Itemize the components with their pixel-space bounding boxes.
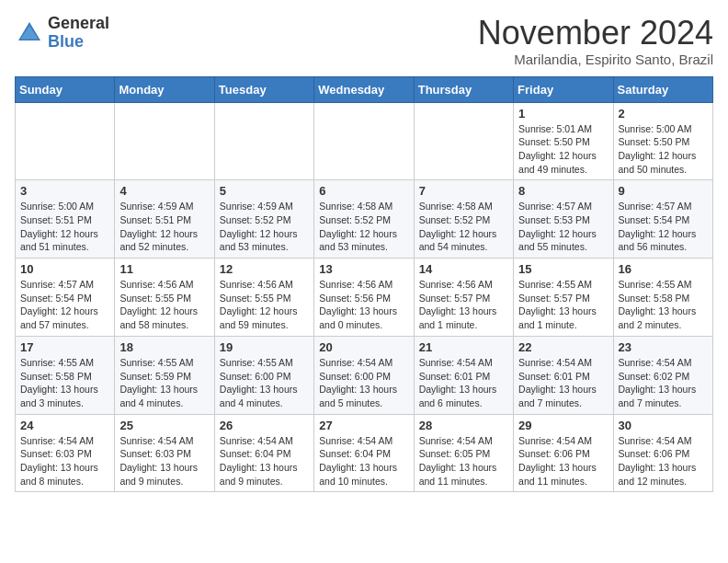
day-info: Sunrise: 4:54 AM Sunset: 6:03 PM Dayligh…: [119, 434, 209, 488]
calendar-cell: 5Sunrise: 4:59 AM Sunset: 5:52 PM Daylig…: [214, 180, 313, 259]
calendar-week-row: 1Sunrise: 5:01 AM Sunset: 5:50 PM Daylig…: [16, 102, 713, 180]
calendar-cell: 4Sunrise: 4:59 AM Sunset: 5:51 PM Daylig…: [115, 180, 214, 259]
day-info: Sunrise: 5:00 AM Sunset: 5:51 PM Dayligh…: [20, 200, 109, 254]
day-number: 11: [119, 262, 209, 276]
calendar-cell: 13Sunrise: 4:56 AM Sunset: 5:56 PM Dayli…: [314, 259, 414, 337]
calendar-cell: 30Sunrise: 4:54 AM Sunset: 6:06 PM Dayli…: [613, 414, 712, 492]
weekday-header-tuesday: Tuesday: [214, 76, 313, 102]
day-number: 20: [319, 340, 408, 354]
day-info: Sunrise: 4:58 AM Sunset: 5:52 PM Dayligh…: [419, 200, 508, 254]
calendar-week-row: 17Sunrise: 4:55 AM Sunset: 5:58 PM Dayli…: [16, 336, 713, 414]
day-info: Sunrise: 4:54 AM Sunset: 6:02 PM Dayligh…: [619, 356, 708, 410]
day-number: 17: [20, 340, 109, 354]
day-number: 29: [518, 419, 608, 432]
calendar-cell: 23Sunrise: 4:54 AM Sunset: 6:02 PM Dayli…: [613, 336, 712, 414]
day-number: 13: [319, 262, 408, 276]
logo-general: General: [48, 14, 109, 32]
calendar-cell: 29Sunrise: 4:54 AM Sunset: 6:06 PM Dayli…: [514, 414, 613, 492]
day-info: Sunrise: 4:57 AM Sunset: 5:54 PM Dayligh…: [20, 278, 109, 332]
day-info: Sunrise: 4:54 AM Sunset: 6:04 PM Dayligh…: [319, 434, 408, 488]
weekday-header-sunday: Sunday: [16, 76, 115, 102]
day-number: 30: [619, 419, 708, 432]
day-number: 1: [518, 107, 608, 121]
calendar-cell: 22Sunrise: 4:54 AM Sunset: 6:01 PM Dayli…: [514, 336, 613, 414]
day-info: Sunrise: 4:55 AM Sunset: 6:00 PM Dayligh…: [220, 356, 309, 410]
day-info: Sunrise: 4:59 AM Sunset: 5:52 PM Dayligh…: [220, 200, 309, 254]
day-info: Sunrise: 4:57 AM Sunset: 5:53 PM Dayligh…: [518, 200, 608, 254]
calendar-cell: [16, 102, 115, 180]
calendar-cell: 27Sunrise: 4:54 AM Sunset: 6:04 PM Dayli…: [314, 414, 414, 492]
weekday-header-thursday: Thursday: [414, 76, 513, 102]
calendar-cell: 12Sunrise: 4:56 AM Sunset: 5:55 PM Dayli…: [214, 259, 313, 337]
day-number: 3: [20, 184, 109, 198]
calendar-week-row: 3Sunrise: 5:00 AM Sunset: 5:51 PM Daylig…: [16, 180, 713, 259]
day-info: Sunrise: 5:00 AM Sunset: 5:50 PM Dayligh…: [619, 122, 708, 177]
day-number: 22: [518, 340, 608, 354]
day-info: Sunrise: 4:55 AM Sunset: 5:58 PM Dayligh…: [20, 356, 109, 410]
day-info: Sunrise: 4:54 AM Sunset: 6:01 PM Dayligh…: [419, 356, 508, 410]
day-info: Sunrise: 4:58 AM Sunset: 5:52 PM Dayligh…: [319, 200, 408, 254]
day-info: Sunrise: 4:56 AM Sunset: 5:55 PM Dayligh…: [119, 278, 209, 332]
weekday-header-saturday: Saturday: [613, 76, 712, 102]
day-number: 16: [619, 262, 708, 276]
day-info: Sunrise: 4:56 AM Sunset: 5:57 PM Dayligh…: [419, 278, 508, 332]
title-block: November 2024 Marilandia, Espirito Santo…: [478, 15, 713, 67]
calendar-cell: 21Sunrise: 4:54 AM Sunset: 6:01 PM Dayli…: [414, 336, 513, 414]
weekday-header-row: SundayMondayTuesdayWednesdayThursdayFrid…: [16, 76, 713, 102]
day-info: Sunrise: 4:56 AM Sunset: 5:55 PM Dayligh…: [220, 278, 309, 332]
day-number: 12: [220, 262, 309, 276]
day-info: Sunrise: 4:56 AM Sunset: 5:56 PM Dayligh…: [319, 278, 408, 332]
day-number: 24: [20, 419, 109, 432]
calendar-cell: 25Sunrise: 4:54 AM Sunset: 6:03 PM Dayli…: [115, 414, 214, 492]
day-info: Sunrise: 4:54 AM Sunset: 6:06 PM Dayligh…: [518, 434, 608, 488]
calendar-week-row: 24Sunrise: 4:54 AM Sunset: 6:03 PM Dayli…: [16, 414, 713, 492]
day-info: Sunrise: 4:54 AM Sunset: 6:00 PM Dayligh…: [319, 356, 408, 410]
day-number: 8: [518, 184, 608, 198]
calendar-cell: 11Sunrise: 4:56 AM Sunset: 5:55 PM Dayli…: [115, 259, 214, 337]
calendar-cell: [214, 102, 313, 180]
day-number: 23: [619, 340, 708, 354]
day-info: Sunrise: 4:55 AM Sunset: 5:58 PM Dayligh…: [619, 278, 708, 332]
day-info: Sunrise: 4:59 AM Sunset: 5:51 PM Dayligh…: [119, 200, 209, 254]
day-number: 21: [419, 340, 508, 354]
day-number: 4: [119, 184, 209, 198]
day-number: 25: [119, 419, 209, 432]
calendar-cell: 28Sunrise: 4:54 AM Sunset: 6:05 PM Dayli…: [414, 414, 513, 492]
day-number: 26: [220, 419, 309, 432]
location: Marilandia, Espirito Santo, Brazil: [478, 52, 713, 67]
day-info: Sunrise: 4:55 AM Sunset: 5:57 PM Dayligh…: [518, 278, 608, 332]
day-number: 14: [419, 262, 508, 276]
calendar-cell: 8Sunrise: 4:57 AM Sunset: 5:53 PM Daylig…: [514, 180, 613, 259]
day-number: 2: [619, 107, 708, 121]
calendar-cell: 14Sunrise: 4:56 AM Sunset: 5:57 PM Dayli…: [414, 259, 513, 337]
day-number: 18: [119, 340, 209, 354]
calendar-table: SundayMondayTuesdayWednesdayThursdayFrid…: [15, 76, 713, 493]
calendar-cell: 7Sunrise: 4:58 AM Sunset: 5:52 PM Daylig…: [414, 180, 513, 259]
day-info: Sunrise: 4:54 AM Sunset: 6:05 PM Dayligh…: [419, 434, 508, 488]
calendar-cell: 3Sunrise: 5:00 AM Sunset: 5:51 PM Daylig…: [16, 180, 115, 259]
calendar-cell: [314, 102, 414, 180]
day-info: Sunrise: 4:55 AM Sunset: 5:59 PM Dayligh…: [119, 356, 209, 410]
calendar-cell: 10Sunrise: 4:57 AM Sunset: 5:54 PM Dayli…: [16, 259, 115, 337]
weekday-header-friday: Friday: [514, 76, 613, 102]
day-number: 27: [319, 419, 408, 432]
day-info: Sunrise: 4:54 AM Sunset: 6:03 PM Dayligh…: [20, 434, 109, 488]
day-number: 9: [619, 184, 708, 198]
calendar-cell: [115, 102, 214, 180]
calendar-cell: 1Sunrise: 5:01 AM Sunset: 5:50 PM Daylig…: [514, 102, 613, 180]
calendar-cell: 9Sunrise: 4:57 AM Sunset: 5:54 PM Daylig…: [613, 180, 712, 259]
day-number: 15: [518, 262, 608, 276]
calendar-cell: 16Sunrise: 4:55 AM Sunset: 5:58 PM Dayli…: [613, 259, 712, 337]
calendar-cell: 20Sunrise: 4:54 AM Sunset: 6:00 PM Dayli…: [314, 336, 414, 414]
logo-text: General Blue: [48, 15, 109, 52]
day-number: 6: [319, 184, 408, 198]
logo-icon: [15, 18, 44, 48]
calendar-cell: 19Sunrise: 4:55 AM Sunset: 6:00 PM Dayli…: [214, 336, 313, 414]
calendar-cell: 26Sunrise: 4:54 AM Sunset: 6:04 PM Dayli…: [214, 414, 313, 492]
day-number: 7: [419, 184, 508, 198]
calendar-cell: 17Sunrise: 4:55 AM Sunset: 5:58 PM Dayli…: [16, 336, 115, 414]
calendar-cell: 24Sunrise: 4:54 AM Sunset: 6:03 PM Dayli…: [16, 414, 115, 492]
month-title: November 2024: [478, 15, 713, 52]
day-info: Sunrise: 5:01 AM Sunset: 5:50 PM Dayligh…: [518, 122, 608, 177]
calendar-cell: 18Sunrise: 4:55 AM Sunset: 5:59 PM Dayli…: [115, 336, 214, 414]
